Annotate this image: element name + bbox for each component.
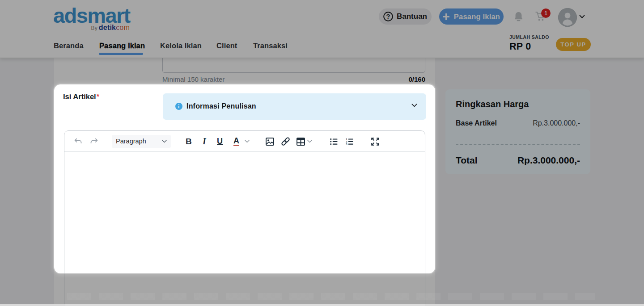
bottom-fade-strip [0, 304, 644, 306]
skeleton-placeholder-row [67, 293, 595, 300]
tour-spotlight-hole [54, 84, 435, 273]
page-stage: Minimal 150 karakter 0/160 Isi Artikel* … [0, 0, 644, 306]
tour-dim-overlay [0, 0, 644, 306]
